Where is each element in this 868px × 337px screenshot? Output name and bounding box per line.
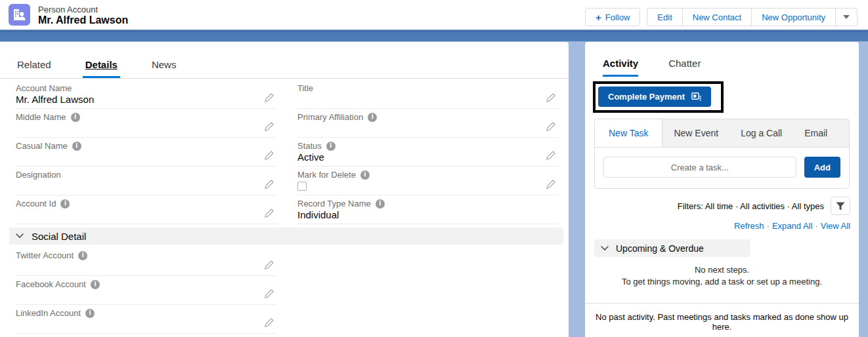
field-label: Record Type Name bbox=[297, 199, 371, 208]
edit-pencil-icon[interactable] bbox=[546, 151, 555, 161]
edit-pencil-icon[interactable] bbox=[264, 208, 274, 218]
field-designation: Designation bbox=[16, 167, 276, 195]
field-label: Account Id bbox=[16, 199, 56, 208]
field-label: Primary Affiliation bbox=[297, 112, 363, 122]
info-icon[interactable] bbox=[368, 113, 377, 122]
tab-new-event[interactable]: New Event bbox=[662, 119, 729, 147]
chevron-down-icon bbox=[16, 233, 24, 239]
tab-news[interactable]: News bbox=[149, 59, 179, 78]
tab-chatter[interactable]: Chatter bbox=[668, 58, 701, 77]
field-value bbox=[16, 180, 259, 193]
filter-button[interactable] bbox=[831, 197, 850, 215]
info-icon[interactable] bbox=[72, 142, 81, 151]
add-task-button[interactable]: Add bbox=[804, 157, 840, 178]
edit-pencil-icon[interactable] bbox=[546, 180, 555, 189]
record-detail-panel: Related Details News Account Name Mr. Al… bbox=[0, 42, 569, 337]
field-middle-name: Middle Name bbox=[16, 109, 276, 138]
info-icon[interactable] bbox=[71, 113, 80, 122]
record-type-label: Person Account bbox=[38, 5, 98, 14]
view-all-link[interactable]: View All bbox=[821, 221, 850, 231]
mark-for-delete-checkbox[interactable] bbox=[297, 182, 307, 191]
plus-icon: + bbox=[596, 12, 601, 22]
edit-pencil-icon[interactable] bbox=[264, 180, 274, 189]
edit-pencil-icon[interactable] bbox=[264, 318, 274, 328]
page-header: Person Account Mr. Alfred Lawson + Follo… bbox=[0, 0, 868, 30]
edit-pencil-icon[interactable] bbox=[264, 260, 274, 270]
edit-pencil-icon[interactable] bbox=[546, 93, 555, 103]
field-mark-for-delete: Mark for Delete bbox=[297, 167, 558, 195]
tab-activity[interactable]: Activity bbox=[603, 58, 638, 77]
field-label: Facebook Account bbox=[16, 279, 86, 289]
field-value bbox=[297, 123, 541, 136]
field-value bbox=[297, 94, 541, 107]
section-social-detail[interactable]: Social Detail bbox=[9, 228, 563, 245]
field-value: Individual bbox=[297, 209, 541, 222]
no-past-activity-message: No past activity. Past meetings and task… bbox=[585, 312, 859, 332]
field-casual-name: Casual Name bbox=[16, 138, 276, 167]
tab-log-a-call[interactable]: Log a Call bbox=[729, 119, 793, 147]
field-label: Designation bbox=[16, 170, 61, 180]
field-label: Middle Name bbox=[16, 112, 66, 122]
activity-links: Refresh·Expand All·View All bbox=[585, 221, 850, 231]
page-title: Mr. Alfred Lawson bbox=[38, 14, 128, 26]
new-opportunity-button[interactable]: New Opportunity bbox=[751, 8, 836, 26]
tab-email[interactable]: Email bbox=[793, 119, 838, 147]
activity-divider bbox=[585, 303, 859, 304]
field-label: Title bbox=[297, 83, 313, 93]
activity-tabs: Activity Chatter bbox=[585, 42, 859, 77]
social-fields-grid: Twitter Account Facebook Account LinkedI… bbox=[0, 246, 569, 334]
new-contact-button[interactable]: New Contact bbox=[682, 8, 752, 26]
tab-details[interactable]: Details bbox=[83, 59, 120, 78]
field-value bbox=[16, 261, 259, 274]
field-account-name: Account Name Mr. Alfred Lawson bbox=[16, 80, 276, 109]
tab-new-task[interactable]: New Task bbox=[595, 119, 662, 147]
field-linkedin-account: LinkedIn Account bbox=[16, 305, 276, 334]
more-actions-button[interactable] bbox=[835, 8, 857, 26]
funnel-icon bbox=[836, 202, 845, 210]
field-label: Account Name bbox=[16, 83, 72, 93]
section-title: Social Detail bbox=[32, 231, 86, 242]
screen-action-icon bbox=[691, 92, 701, 101]
field-title: Title bbox=[297, 80, 558, 109]
field-value bbox=[16, 209, 259, 222]
info-icon[interactable] bbox=[78, 251, 87, 260]
detail-fields-grid: Account Name Mr. Alfred Lawson Title Mid… bbox=[0, 79, 569, 224]
expand-all-link[interactable]: Expand All bbox=[772, 221, 812, 231]
field-label: Twitter Account bbox=[16, 250, 74, 260]
field-value bbox=[16, 290, 259, 303]
edit-pencil-icon[interactable] bbox=[264, 151, 274, 161]
tab-related[interactable]: Related bbox=[14, 59, 54, 78]
info-icon[interactable] bbox=[85, 309, 95, 318]
chevron-down-icon bbox=[843, 15, 850, 19]
edit-pencil-icon[interactable] bbox=[264, 122, 274, 132]
header-actions: + Follow Edit New Contact New Opportunit… bbox=[585, 8, 857, 26]
field-value bbox=[16, 151, 259, 165]
edit-pencil-icon[interactable] bbox=[546, 122, 555, 132]
info-icon[interactable] bbox=[91, 280, 100, 289]
upcoming-overdue-section[interactable]: Upcoming & Overdue bbox=[594, 239, 750, 257]
info-icon[interactable] bbox=[326, 142, 336, 151]
field-value: Active bbox=[297, 151, 541, 165]
refresh-link[interactable]: Refresh bbox=[734, 221, 764, 231]
edit-button[interactable]: Edit bbox=[647, 8, 682, 26]
info-icon[interactable] bbox=[360, 170, 370, 180]
follow-button[interactable]: + Follow bbox=[585, 8, 640, 26]
field-twitter-account: Twitter Account bbox=[16, 247, 276, 276]
detail-tabs: Related Details News bbox=[0, 50, 569, 79]
create-task-input[interactable] bbox=[603, 157, 796, 178]
edit-pencil-icon[interactable] bbox=[264, 289, 274, 299]
field-primary-affiliation: Primary Affiliation bbox=[297, 109, 558, 138]
info-icon[interactable] bbox=[376, 199, 385, 208]
upcoming-overdue-label: Upcoming & Overdue bbox=[616, 243, 704, 254]
info-icon[interactable] bbox=[60, 199, 70, 208]
no-next-steps-message: No next steps. To get things moving, add… bbox=[585, 264, 859, 288]
complete-payment-button[interactable]: Complete Payment bbox=[598, 87, 711, 107]
complete-payment-highlight-box: Complete Payment bbox=[593, 81, 724, 113]
field-value bbox=[16, 123, 259, 136]
field-label: Casual Name bbox=[16, 141, 68, 151]
chevron-down-icon bbox=[601, 246, 609, 251]
filters-summary: Filters: All time · All activities · All… bbox=[678, 201, 824, 211]
page-background-band bbox=[0, 30, 868, 41]
field-label: Mark for Delete bbox=[297, 170, 356, 180]
edit-pencil-icon[interactable] bbox=[264, 93, 274, 103]
